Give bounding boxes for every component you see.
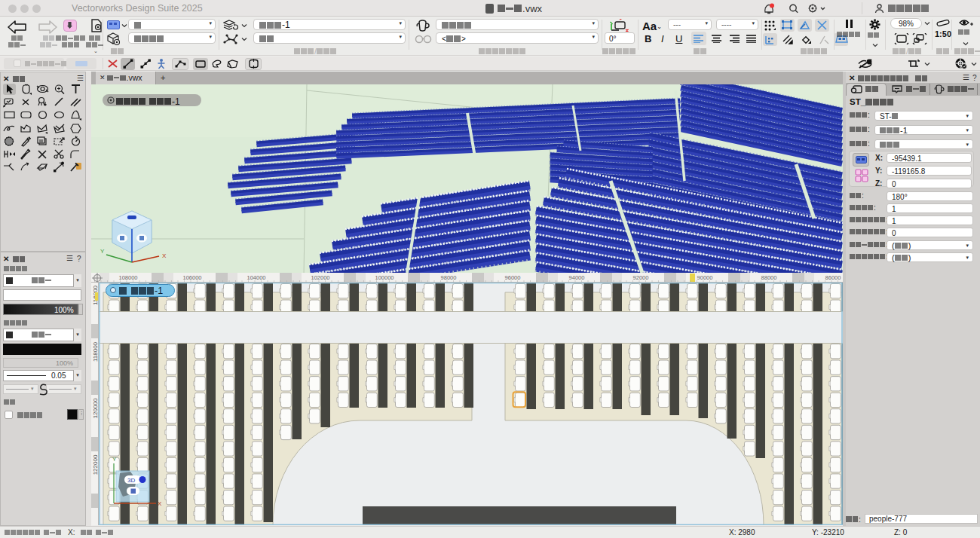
- svg-text:102000: 102000: [311, 274, 329, 281]
- svg-text:120000: 120000: [92, 398, 99, 418]
- svg-text:92000: 92000: [633, 274, 649, 281]
- svg-text:108000: 108000: [118, 274, 137, 281]
- svg-text:122000: 122000: [92, 454, 99, 475]
- svg-text:104000: 104000: [247, 274, 265, 281]
- svg-text:X: X: [158, 500, 162, 507]
- svg-text:98000: 98000: [441, 274, 457, 281]
- svg-text:Y: Y: [100, 248, 105, 255]
- svg-text:Y: Y: [112, 456, 117, 463]
- svg-text:90000: 90000: [697, 274, 713, 281]
- svg-text:106000: 106000: [182, 274, 201, 281]
- svg-text:94000: 94000: [569, 274, 585, 281]
- svg-text:96000: 96000: [505, 274, 521, 281]
- svg-text:86000: 86000: [825, 274, 841, 281]
- svg-text:3D: 3D: [127, 477, 135, 484]
- svg-text:X: X: [162, 252, 167, 259]
- svg-text:88000: 88000: [761, 274, 777, 281]
- svg-text:118000: 118000: [92, 341, 99, 362]
- svg-text:100000: 100000: [375, 274, 394, 281]
